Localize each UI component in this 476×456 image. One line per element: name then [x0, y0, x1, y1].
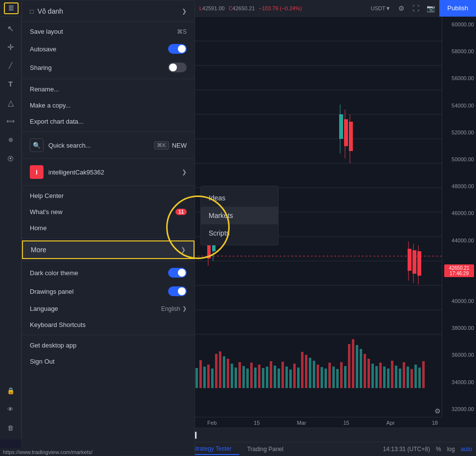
sign-out-item[interactable]: Sign Out: [22, 353, 195, 369]
current-price-value: 42650.21: [446, 265, 472, 271]
make-copy-item[interactable]: Make a copy...: [22, 97, 195, 113]
rename-item[interactable]: Rename...: [22, 81, 195, 97]
divider-5: [22, 185, 195, 186]
lock-icon[interactable]: 🔒: [2, 382, 20, 399]
rename-label: Rename...: [30, 86, 59, 93]
draw-lines-icon[interactable]: ╱: [2, 57, 20, 74]
save-layout-item[interactable]: Save layout ⌘S: [22, 23, 195, 40]
price-58k: 58000.00: [444, 48, 474, 54]
menu-header[interactable]: □ Vô danh ❯: [22, 3, 195, 19]
screenshot-button[interactable]: 📷: [424, 1, 437, 15]
svg-rect-111: [411, 369, 413, 388]
svg-rect-132: [408, 249, 411, 271]
svg-rect-83: [301, 352, 303, 388]
chart-settings-button[interactable]: ⚙: [394, 1, 408, 15]
submenu-markets[interactable]: Markets: [201, 207, 278, 224]
svg-rect-78: [281, 362, 284, 388]
menu-button[interactable]: ☰: [4, 2, 19, 14]
auto-label[interactable]: auto: [461, 446, 472, 453]
quick-search-item[interactable]: 🔍 Quick search... ⌘K NEW: [22, 134, 195, 156]
dark-theme-item[interactable]: Dark color theme: [22, 263, 195, 282]
save-layout-shortcut: ⌘S: [177, 28, 187, 35]
price-52k: 52000.00: [444, 130, 474, 135]
keyboard-shortcuts-label: Keyboard Shortcuts: [30, 321, 86, 328]
whats-new-item[interactable]: What's new 11: [22, 204, 195, 220]
drawings-panel-item[interactable]: Drawings panel: [22, 282, 195, 301]
whats-new-badge: 11: [175, 209, 187, 215]
price-36k: 36000.00: [444, 352, 474, 358]
language-value-wrap: English ❯: [161, 305, 187, 312]
get-desktop-label: Get desktop app: [30, 342, 76, 349]
svg-rect-80: [289, 369, 292, 388]
magnet-icon[interactable]: ⦿: [2, 150, 20, 167]
keyboard-shortcuts-item[interactable]: Keyboard Shortcuts: [22, 317, 195, 333]
svg-rect-69: [246, 369, 249, 388]
price-60k: 60000.00: [444, 22, 474, 27]
ohlc-c: C42650.21: [229, 5, 255, 11]
svg-rect-130: [349, 122, 353, 151]
current-price-wrapper: 42650.21 17:46:29: [444, 264, 474, 277]
crosshair-icon[interactable]: ✛: [2, 38, 20, 56]
chart-settings-gear[interactable]: ⚙: [434, 407, 441, 415]
svg-rect-91: [332, 367, 335, 388]
svg-rect-62: [219, 351, 221, 388]
text-icon[interactable]: T: [2, 75, 20, 93]
svg-rect-74: [266, 367, 268, 388]
more-submenu: Ideas Markets Scripts: [200, 186, 279, 245]
qs-shortcuts: ⌘K NEW: [154, 141, 187, 150]
divider-1: [22, 21, 195, 22]
currency-selector[interactable]: USDT▼: [371, 5, 394, 11]
svg-rect-100: [368, 359, 370, 388]
autosave-item[interactable]: Autosave: [22, 40, 195, 58]
sharing-item[interactable]: Sharing: [22, 58, 195, 77]
svg-rect-60: [211, 369, 214, 388]
export-chart-label: Export chart data...: [30, 118, 84, 125]
sign-out-label: Sign Out: [30, 358, 55, 365]
svg-rect-94: [344, 366, 346, 388]
percent-label[interactable]: %: [436, 446, 441, 453]
svg-rect-108: [399, 369, 401, 388]
export-chart-item[interactable]: Export chart data...: [22, 113, 195, 130]
fullscreen-button[interactable]: ⛶: [409, 1, 423, 15]
save-layout-label: Save layout: [30, 28, 63, 35]
price-56k: 56000.00: [444, 75, 474, 81]
measure-icon[interactable]: ⟺: [2, 112, 20, 130]
user-item[interactable]: I intelligentCak95362 ❯: [22, 161, 195, 183]
eye-icon[interactable]: 👁: [2, 400, 20, 418]
sharing-label: Sharing: [30, 64, 52, 71]
dropdown-menu: □ Vô danh ❯ Save layout ⌘S Autosave Shar…: [22, 0, 195, 456]
time-mar: Mar: [297, 420, 306, 426]
svg-rect-85: [309, 358, 311, 388]
more-item[interactable]: More ❯: [22, 240, 195, 259]
tab-trading-panel[interactable]: Trading Panel: [239, 444, 291, 455]
new-badge: NEW: [172, 142, 187, 149]
trash-icon[interactable]: 🗑: [2, 419, 20, 436]
svg-rect-79: [285, 367, 288, 388]
svg-rect-89: [325, 369, 327, 388]
shape-icon[interactable]: △: [2, 94, 20, 111]
publish-button[interactable]: Publish: [439, 0, 476, 17]
submenu-ideas[interactable]: Ideas: [201, 189, 278, 207]
divider-8: [22, 335, 195, 335]
svg-rect-105: [387, 369, 389, 388]
language-item[interactable]: Language English ❯: [22, 301, 195, 317]
ohlc-l: L42591.00: [199, 5, 225, 11]
top-bar-settings: USDT▼ ⚙ ⛶ 📷: [371, 1, 440, 15]
svg-rect-56: [195, 368, 198, 388]
help-center-item[interactable]: Help Center: [22, 188, 195, 204]
svg-rect-88: [321, 367, 323, 388]
price-38k: 38000.00: [444, 325, 474, 331]
current-price-label: 42650.21 17:46:29: [444, 264, 474, 277]
zoom-icon[interactable]: ⊕: [2, 131, 20, 149]
make-copy-label: Make a copy...: [30, 102, 71, 109]
drawings-panel-toggle[interactable]: [168, 286, 187, 296]
home-item[interactable]: Home: [22, 220, 195, 236]
cursor-icon[interactable]: ↖: [2, 20, 20, 37]
submenu-scripts[interactable]: Scripts: [201, 224, 278, 242]
get-desktop-item[interactable]: Get desktop app: [22, 337, 195, 353]
divider-6: [22, 238, 195, 239]
sharing-toggle[interactable]: [168, 63, 187, 72]
log-label[interactable]: log: [447, 446, 455, 453]
dark-theme-toggle[interactable]: [168, 268, 187, 278]
autosave-toggle[interactable]: [168, 44, 187, 54]
